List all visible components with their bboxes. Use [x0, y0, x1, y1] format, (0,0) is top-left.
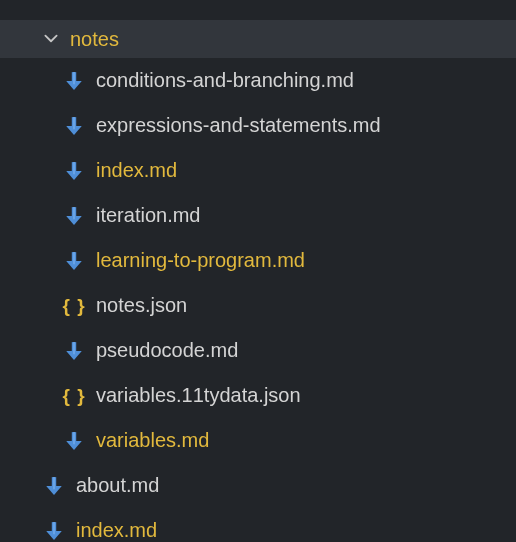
file-label: learning-to-program.md	[96, 249, 305, 272]
file-label: iteration.md	[96, 204, 201, 227]
markdown-icon	[62, 341, 86, 361]
file-label: pseudocode.md	[96, 339, 238, 362]
file-label: conditions-and-branching.md	[96, 69, 354, 92]
file-row[interactable]: variables.md	[0, 418, 516, 463]
markdown-icon	[62, 431, 86, 451]
file-label: index.md	[76, 519, 157, 542]
file-row[interactable]: index.md	[0, 148, 516, 193]
file-label: variables.md	[96, 429, 209, 452]
json-icon: { }	[62, 385, 86, 407]
markdown-icon	[62, 116, 86, 136]
chevron-down-icon	[42, 30, 60, 48]
markdown-icon	[62, 251, 86, 271]
folder-children: conditions-and-branching.mdexpressions-a…	[0, 58, 516, 463]
file-row[interactable]: expressions-and-statements.md	[0, 103, 516, 148]
file-label: variables.11tydata.json	[96, 384, 301, 407]
file-label: index.md	[96, 159, 177, 182]
file-row[interactable]: index.md	[0, 508, 516, 542]
file-row[interactable]: about.md	[0, 463, 516, 508]
markdown-icon	[42, 476, 66, 496]
json-icon: { }	[62, 295, 86, 317]
file-row[interactable]: { }variables.11tydata.json	[0, 373, 516, 418]
markdown-icon	[42, 521, 66, 541]
file-label: notes.json	[96, 294, 187, 317]
markdown-icon	[62, 161, 86, 181]
folder-siblings: about.mdindex.md	[0, 463, 516, 542]
file-row[interactable]: iteration.md	[0, 193, 516, 238]
file-label: expressions-and-statements.md	[96, 114, 381, 137]
file-row[interactable]: conditions-and-branching.md	[0, 58, 516, 103]
file-label: about.md	[76, 474, 159, 497]
file-explorer-tree: notes conditions-and-branching.mdexpress…	[0, 0, 516, 542]
folder-row-notes[interactable]: notes	[0, 20, 516, 58]
file-row[interactable]: learning-to-program.md	[0, 238, 516, 283]
file-row[interactable]: { }notes.json	[0, 283, 516, 328]
file-row[interactable]: pseudocode.md	[0, 328, 516, 373]
markdown-icon	[62, 206, 86, 226]
folder-label: notes	[70, 28, 119, 51]
markdown-icon	[62, 71, 86, 91]
